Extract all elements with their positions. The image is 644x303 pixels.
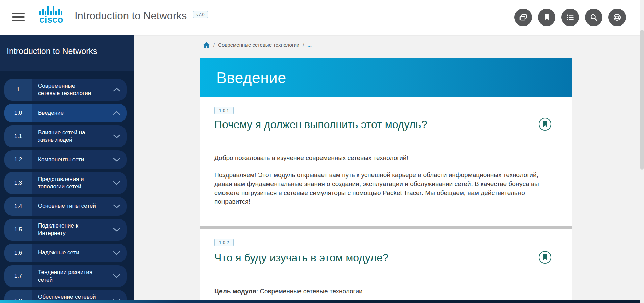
chevron-down-icon	[113, 181, 120, 185]
section-number: 1.4	[4, 197, 32, 216]
search-icon	[589, 13, 598, 22]
sidebar: Introduction to Networks 1Современные се…	[0, 35, 134, 303]
sidebar-item-1.1[interactable]: 1.1Влияние сетей на жизнь людей	[4, 125, 127, 147]
bookmark-icon	[542, 13, 551, 22]
sidebar-item-1.2[interactable]: 1.2Компоненты сети	[4, 150, 127, 169]
top-header: cisco Introduction to Networks v7.0	[0, 0, 644, 35]
sidebar-item-1.3[interactable]: 1.3Представления и топологии сетей	[4, 172, 127, 194]
index-button[interactable]	[561, 9, 579, 26]
topic-badge: 1.0.1	[214, 107, 234, 114]
sidebar-nav: 1Современные сетевые технологии1.0Введен…	[0, 79, 134, 303]
sidebar-item-1.5[interactable]: 1.5Подключение к Интернету	[4, 219, 127, 241]
page-title: Introduction to Networks	[75, 10, 187, 22]
chevron-up-icon	[113, 111, 120, 115]
section-label: Надежные сети	[32, 244, 112, 262]
paragraph: Добро пожаловать в изучение современных …	[214, 154, 557, 163]
language-button[interactable]	[608, 9, 626, 26]
module-goal-text: : Современные сетевые технологии	[256, 288, 363, 295]
section-number: 1	[4, 79, 32, 101]
section-number: 1.3	[4, 172, 32, 194]
header-actions	[514, 9, 626, 26]
chevron-up-icon	[113, 88, 120, 92]
sidebar-item-1.7[interactable]: 1.7Тенденции развития сетей	[4, 265, 127, 287]
section-number: 1.0	[4, 104, 32, 122]
app-root: cisco Introduction to Networks v7.0	[0, 0, 644, 303]
windows-button[interactable]	[514, 9, 532, 26]
heading-divider	[214, 139, 557, 139]
section-label: Компоненты сети	[32, 150, 112, 169]
topic-heading: Почему я должен выполнить этот модуль?	[214, 118, 427, 131]
sidebar-item-1[interactable]: 1Современные сетевые технологии	[4, 79, 127, 101]
main-content: / Современные сетевые технологии / ... В…	[134, 35, 644, 303]
section-number: 1.1	[4, 125, 32, 147]
module-goal: Цель модуля: Современные сетевые техноло…	[214, 287, 557, 296]
course-title: Introduction to Networks	[0, 35, 134, 71]
content-section-2: 1.0.2 Что я буду изучать в этом модуле? …	[200, 229, 572, 296]
bookmark-icon	[543, 121, 548, 127]
version-badge: v7.0	[193, 11, 208, 18]
bookmark-topic-button[interactable]	[539, 251, 551, 264]
content-card: Введение 1.0.1 Почему я должен выполнить…	[200, 58, 572, 300]
topic-badge: 1.0.2	[214, 239, 234, 246]
content-section-1: 1.0.1 Почему я должен выполнить этот мод…	[200, 97, 572, 206]
section-number: 1.2	[4, 150, 32, 169]
bookmark-icon	[543, 254, 548, 260]
list-icon	[566, 13, 575, 22]
section-label: Подключение к Интернету	[32, 219, 112, 241]
breadcrumb-separator: /	[303, 42, 304, 48]
globe-icon	[613, 13, 622, 22]
section-label: Современные сетевые технологии	[32, 79, 112, 101]
scrollbar-thumb[interactable]	[640, 30, 644, 170]
section-number: 1.6	[4, 244, 32, 262]
module-banner-title: Введение	[216, 69, 286, 87]
paragraph: Поздравляем! Этот модуль открывает вам п…	[214, 171, 548, 206]
section-label: Представления и топологии сетей	[32, 172, 112, 194]
breadcrumb-ellipsis[interactable]: ...	[307, 42, 312, 48]
breadcrumb: / Современные сетевые технологии / ...	[203, 42, 312, 48]
section-number: 1.5	[4, 219, 32, 241]
sidebar-item-1.4[interactable]: 1.4Основные типы сетей	[4, 197, 127, 216]
section-number: 1.7	[4, 265, 32, 287]
chevron-down-icon	[113, 228, 120, 232]
chevron-down-icon	[113, 274, 120, 278]
page-scrollbar[interactable]	[640, 0, 644, 303]
bookmark-topic-button[interactable]	[539, 118, 551, 131]
module-goal-label: Цель модуля	[214, 288, 256, 295]
home-icon[interactable]	[203, 42, 210, 48]
section-label: Основные типы сетей	[32, 197, 112, 216]
section-label: Тенденции развития сетей	[32, 265, 112, 287]
breadcrumb-item[interactable]: Современные сетевые технологии	[218, 42, 299, 48]
chevron-down-icon	[113, 251, 120, 255]
section-label: Влияние сетей на жизнь людей	[32, 125, 112, 147]
module-banner: Введение	[200, 58, 572, 97]
sidebar-item-1.6[interactable]: 1.6Надежные сети	[4, 244, 127, 262]
section-label: Введение	[32, 104, 112, 122]
section-divider	[200, 226, 572, 229]
chevron-down-icon	[113, 204, 120, 208]
bottom-progress-bar	[0, 300, 644, 303]
windows-icon	[519, 13, 528, 22]
breadcrumb-separator: /	[213, 42, 215, 48]
cisco-logo-text: cisco	[36, 15, 67, 24]
hamburger-menu-icon[interactable]	[12, 13, 25, 22]
chevron-down-icon	[113, 158, 120, 162]
sidebar-item-1.0[interactable]: 1.0Введение	[4, 104, 127, 122]
heading-divider	[214, 272, 557, 272]
chevron-down-icon	[113, 134, 120, 138]
search-button[interactable]	[585, 9, 602, 26]
cisco-logo: cisco	[36, 6, 67, 24]
bookmarks-button[interactable]	[538, 9, 555, 26]
topic-heading: Что я буду изучать в этом модуле?	[214, 251, 389, 264]
